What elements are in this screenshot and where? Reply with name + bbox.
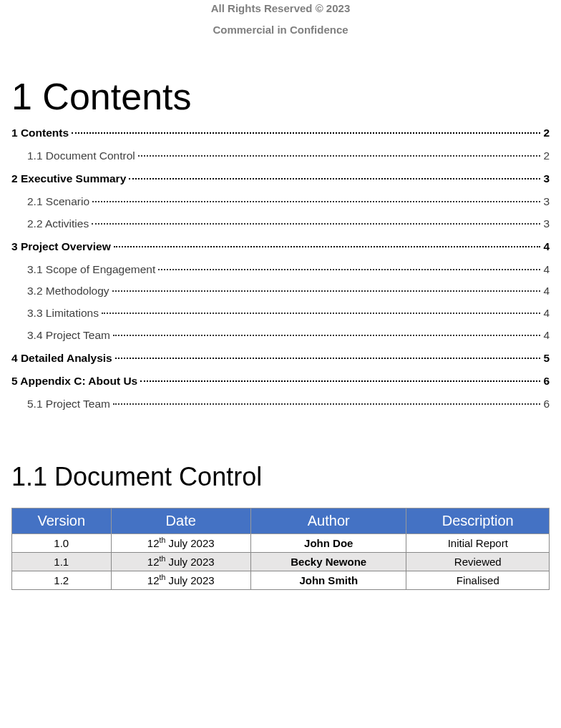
toc-entry[interactable]: 1 Contents2 xyxy=(11,126,550,141)
cell-version: 1.1 xyxy=(12,552,112,571)
cell-author: John Doe xyxy=(250,533,406,552)
toc-entry[interactable]: 3 Project Overview4 xyxy=(11,240,550,255)
toc-page-number: 4 xyxy=(543,284,550,299)
toc-leader xyxy=(112,290,541,292)
toc-label: 4 Detailed Analysis xyxy=(11,351,112,366)
table-row: 1.012th July 2023John DoeInitial Report xyxy=(12,533,550,552)
header-copyright: All Rights Reserved © 2023 xyxy=(11,1,550,16)
col-author: Author xyxy=(250,508,406,533)
toc-label: 3.4 Project Team xyxy=(27,328,110,343)
toc-page-number: 6 xyxy=(543,374,550,389)
toc-page-number: 5 xyxy=(543,351,550,366)
toc-page-number: 3 xyxy=(543,217,550,232)
toc-label: 1 Contents xyxy=(11,126,69,141)
toc-leader xyxy=(158,269,540,270)
cell-date: 12th July 2023 xyxy=(111,533,250,552)
toc-label: 5.1 Project Team xyxy=(27,397,110,412)
cell-version: 1.0 xyxy=(12,533,112,552)
toc-page-number: 4 xyxy=(543,240,550,255)
toc-entry[interactable]: 5.1 Project Team6 xyxy=(27,397,550,412)
toc-page-number: 6 xyxy=(543,397,550,412)
toc-leader xyxy=(114,246,541,247)
toc-leader xyxy=(129,178,540,179)
toc-page-number: 2 xyxy=(543,126,550,141)
toc-page-number: 3 xyxy=(543,172,550,187)
cell-description: Reviewed xyxy=(406,552,550,571)
cell-date: 12th July 2023 xyxy=(111,552,250,571)
toc-entry[interactable]: 1.1 Document Control2 xyxy=(27,149,550,164)
toc-label: 3 Project Overview xyxy=(11,240,111,255)
toc-leader xyxy=(140,380,540,382)
toc-label: 3.2 Methodology xyxy=(27,284,109,299)
toc-page-number: 4 xyxy=(543,306,550,321)
page-header: All Rights Reserved © 2023 Commercial in… xyxy=(11,0,550,36)
toc-entry[interactable]: 4 Detailed Analysis5 xyxy=(11,351,550,366)
table-of-contents: 1 Contents21.1 Document Control22 Execut… xyxy=(11,126,550,412)
toc-entry[interactable]: 3.1 Scope of Engagement4 xyxy=(27,262,550,277)
cell-description: Finalised xyxy=(406,571,550,589)
toc-leader xyxy=(92,201,540,202)
toc-leader xyxy=(92,223,540,225)
document-control-table: Version Date Author Description 1.012th … xyxy=(11,508,550,590)
page-title: 1 Contents xyxy=(11,75,550,118)
toc-leader xyxy=(115,358,541,359)
table-header-row: Version Date Author Description xyxy=(12,508,550,533)
toc-label: 5 Appendix C: About Us xyxy=(11,374,137,389)
table-row: 1.212th July 2023John SmithFinalised xyxy=(12,571,550,589)
toc-page-number: 3 xyxy=(543,195,550,210)
toc-leader xyxy=(102,313,540,314)
toc-label: 2.2 Activities xyxy=(27,217,89,232)
col-date: Date xyxy=(111,508,250,533)
toc-label: 1.1 Document Control xyxy=(27,149,135,164)
header-confidentiality: Commercial in Confidence xyxy=(11,23,550,37)
cell-version: 1.2 xyxy=(12,571,112,589)
toc-page-number: 4 xyxy=(543,262,550,277)
toc-leader xyxy=(138,155,541,157)
cell-description: Initial Report xyxy=(406,533,550,552)
toc-leader xyxy=(113,403,540,405)
toc-label: 3.3 Limitations xyxy=(27,306,99,321)
toc-entry[interactable]: 5 Appendix C: About Us6 xyxy=(11,374,550,389)
toc-label: 3.1 Scope of Engagement xyxy=(27,262,155,277)
col-description: Description xyxy=(406,508,550,533)
cell-author: Becky Newone xyxy=(250,552,406,571)
toc-entry[interactable]: 3.2 Methodology4 xyxy=(27,284,550,299)
toc-page-number: 4 xyxy=(543,328,550,343)
toc-label: 2 Executive Summary xyxy=(11,172,126,187)
toc-leader xyxy=(72,132,540,134)
toc-entry[interactable]: 3.4 Project Team4 xyxy=(27,328,550,343)
toc-entry[interactable]: 2 Executive Summary3 xyxy=(11,172,550,187)
cell-author: John Smith xyxy=(250,571,406,589)
col-version: Version xyxy=(12,508,112,533)
toc-entry[interactable]: 3.3 Limitations4 xyxy=(27,306,550,321)
toc-entry[interactable]: 2.2 Activities3 xyxy=(27,217,550,232)
toc-label: 2.1 Scenario xyxy=(27,195,89,210)
toc-entry[interactable]: 2.1 Scenario3 xyxy=(27,195,550,210)
section-heading-document-control: 1.1 Document Control xyxy=(11,462,550,492)
toc-leader xyxy=(113,335,540,336)
table-row: 1.112th July 2023Becky NewoneReviewed xyxy=(12,552,550,571)
cell-date: 12th July 2023 xyxy=(111,571,250,589)
toc-page-number: 2 xyxy=(543,149,550,164)
